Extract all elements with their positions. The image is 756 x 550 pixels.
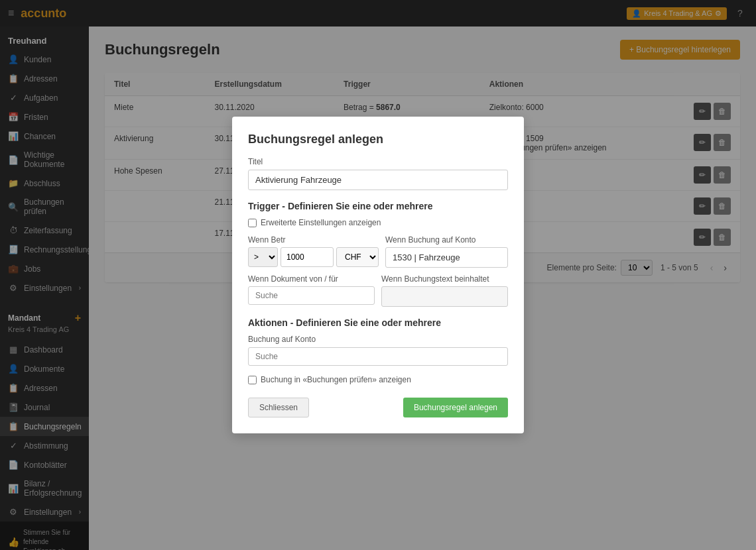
modal-overlay[interactable]: Buchungsregel anlegen Titel Trigger - De… [0, 0, 756, 550]
wenn-betr-operator-select[interactable]: > >= = <= < [248, 247, 278, 267]
wenn-buchung-group: Wenn Buchung auf Konto [385, 235, 508, 268]
buchung-konto-input[interactable] [248, 347, 508, 366]
buchung-konto-group: Buchung auf Konto [248, 335, 508, 366]
close-button[interactable]: Schliessen [248, 398, 309, 417]
modal-buchungsregel: Buchungsregel anlegen Titel Trigger - De… [232, 117, 524, 433]
advanced-settings-checkbox[interactable] [248, 219, 257, 227]
buchung-prufen-checkbox[interactable] [248, 376, 257, 384]
wenn-buchungstext-input[interactable] [381, 286, 508, 307]
wenn-dokument-input[interactable] [248, 286, 375, 305]
wenn-betr-currency-select[interactable]: CHF EUR USD [336, 247, 379, 267]
wenn-buchungstext-label: Wenn Buchungstext beinhaltet [381, 274, 508, 284]
create-button[interactable]: Buchungsregel anlegen [403, 398, 508, 417]
wenn-dokument-label: Wenn Dokument von / für [248, 274, 375, 284]
wenn-betr-input-group: > >= = <= < CHF EUR USD [248, 247, 379, 267]
wenn-betr-label: Wenn Betr [248, 235, 379, 245]
buchung-konto-label: Buchung auf Konto [248, 335, 508, 344]
actions-section-title: Aktionen - Definieren Sie eine oder mehr… [248, 317, 508, 328]
advanced-settings-label: Erweiterte Einstellungen anzeigen [261, 218, 381, 227]
buchung-prufen-row[interactable]: Buchung in «Buchungen prüfen» anzeigen [248, 375, 508, 384]
buchung-prufen-label: Buchung in «Buchungen prüfen» anzeigen [261, 375, 411, 384]
wenn-dokument-group: Wenn Dokument von / für [248, 274, 375, 307]
wenn-betr-value-input[interactable] [281, 247, 334, 267]
title-group: Titel [248, 157, 508, 190]
title-input[interactable] [248, 170, 508, 190]
wenn-buchung-label: Wenn Buchung auf Konto [385, 235, 508, 245]
trigger-row-1: Wenn Betr > >= = <= < CHF EUR USD [248, 235, 508, 268]
wenn-buchungstext-group: Wenn Buchungstext beinhaltet [381, 274, 508, 307]
wenn-buchung-input[interactable] [385, 247, 508, 268]
modal-title: Buchungsregel anlegen [248, 133, 508, 146]
modal-footer: Schliessen Buchungsregel anlegen [248, 398, 508, 417]
trigger-row-2: Wenn Dokument von / für Wenn Buchungstex… [248, 274, 508, 307]
advanced-settings-row[interactable]: Erweiterte Einstellungen anzeigen [248, 218, 508, 227]
wenn-betr-group: Wenn Betr > >= = <= < CHF EUR USD [248, 235, 379, 268]
trigger-section-title: Trigger - Definieren Sie eine oder mehre… [248, 201, 508, 211]
title-label: Titel [248, 157, 508, 166]
